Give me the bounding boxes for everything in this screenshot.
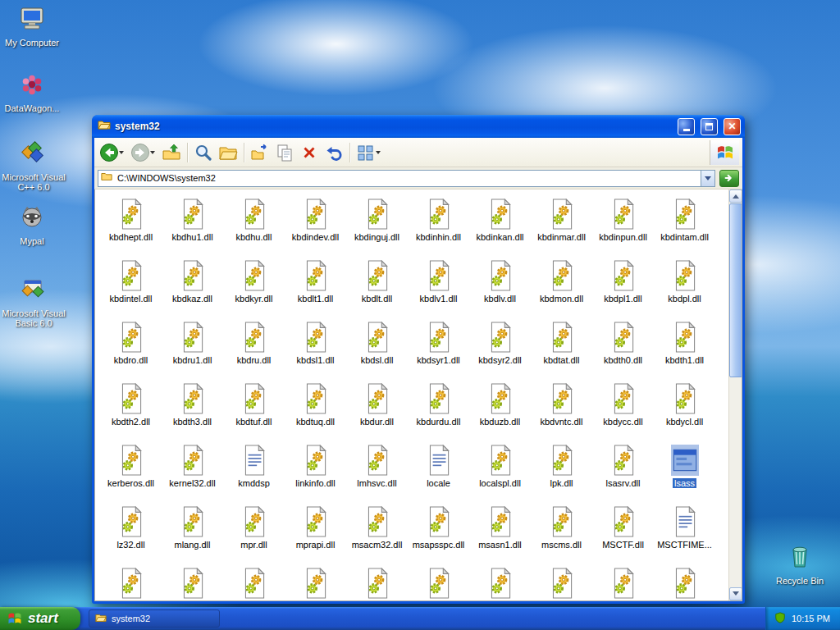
file-item[interactable]: kbdlt1.dll <box>285 256 346 317</box>
desktop-icon-mypal[interactable]: Mypal <box>0 203 64 246</box>
file-item[interactable]: kbdycl.dll <box>654 379 715 441</box>
address-input[interactable] <box>116 171 697 186</box>
file-item[interactable]: kbdsl1.dll <box>285 317 346 379</box>
file-item[interactable]: kbdth1.dll <box>654 317 715 379</box>
file-item[interactable]: kbdlv.dll <box>469 256 531 317</box>
file-item[interactable] <box>162 564 223 601</box>
file-item[interactable]: kbdvntc.dll <box>531 379 592 441</box>
file-item[interactable]: msasn1.dll <box>469 502 531 564</box>
scrollbar-thumb[interactable] <box>729 203 742 377</box>
file-item[interactable]: localspl.dll <box>469 441 531 502</box>
move-to-button[interactable] <box>249 140 272 165</box>
address-combo[interactable] <box>98 170 715 187</box>
file-item[interactable]: kbdro.dll <box>100 317 162 379</box>
file-item[interactable]: kmddsp <box>223 441 285 502</box>
file-item[interactable]: kbdkyr.dll <box>223 256 285 317</box>
file-item[interactable]: mlang.dll <box>162 502 223 564</box>
search-button[interactable] <box>192 140 215 165</box>
file-item[interactable] <box>100 564 162 601</box>
file-item[interactable]: kbdintam.dll <box>654 194 715 256</box>
file-item[interactable]: kbdpl.dll <box>654 256 715 317</box>
vertical-scrollbar[interactable] <box>728 189 742 600</box>
back-button[interactable] <box>98 140 127 165</box>
folders-button[interactable] <box>217 140 240 165</box>
file-item[interactable]: kbdth3.dll <box>162 379 223 441</box>
file-item[interactable] <box>223 564 285 601</box>
close-button[interactable]: ✕ <box>724 118 741 135</box>
file-item[interactable]: kbdinkan.dll <box>469 194 531 256</box>
file-item[interactable] <box>531 564 592 601</box>
file-item[interactable]: msapsspc.dll <box>408 502 469 564</box>
undo-button[interactable] <box>322 140 345 165</box>
file-item[interactable]: kbdurdu.dll <box>408 379 469 441</box>
file-item[interactable]: kbdtuf.dll <box>223 379 285 441</box>
file-item[interactable]: mprapi.dll <box>285 502 346 564</box>
file-item[interactable]: lpk.dll <box>531 441 592 502</box>
file-item[interactable]: kbdpl1.dll <box>592 256 654 317</box>
titlebar[interactable]: system32 ✕ <box>92 115 745 138</box>
file-item[interactable] <box>285 564 346 601</box>
file-item[interactable] <box>346 564 408 601</box>
file-item[interactable]: kerberos.dll <box>100 441 162 502</box>
scroll-down-button[interactable] <box>729 587 742 600</box>
file-item[interactable]: kbdlt.dll <box>346 256 408 317</box>
file-item[interactable]: kbdlv1.dll <box>408 256 469 317</box>
file-item[interactable]: kbdur.dll <box>346 379 408 441</box>
forward-button[interactable] <box>129 140 158 165</box>
file-item[interactable]: kbdtuq.dll <box>285 379 346 441</box>
desktop-icon-recycle-bin[interactable]: Recycle Bin <box>768 541 832 586</box>
file-item[interactable]: lz32.dll <box>100 502 162 564</box>
file-item[interactable]: kbdhept.dll <box>100 194 162 256</box>
file-item[interactable]: mpr.dll <box>223 502 285 564</box>
file-item[interactable]: kbdycc.dll <box>592 379 654 441</box>
minimize-button[interactable] <box>678 118 695 135</box>
maximize-button[interactable] <box>701 118 718 135</box>
file-item[interactable] <box>592 564 654 601</box>
file-item[interactable]: kbdth0.dll <box>592 317 654 379</box>
desktop-icon-visual-basic[interactable]: Microsoft Visual Basic 6.0 <box>2 276 66 328</box>
scroll-up-button[interactable] <box>729 189 742 203</box>
file-item[interactable] <box>654 564 715 601</box>
desktop-icon-datawagon[interactable]: DataWagon... <box>0 72 64 113</box>
file-item[interactable]: MSCTF.dll <box>592 502 654 564</box>
file-item[interactable]: kbdth2.dll <box>100 379 162 441</box>
file-item[interactable] <box>408 564 469 601</box>
views-button[interactable] <box>354 140 384 165</box>
file-item[interactable]: kbdsyr1.dll <box>408 317 469 379</box>
file-item[interactable]: kbdhu1.dll <box>162 194 223 256</box>
file-item[interactable]: locale <box>408 441 469 502</box>
file-item[interactable]: lsasrv.dll <box>592 441 654 502</box>
file-item[interactable]: kbdhu.dll <box>223 194 285 256</box>
file-item[interactable]: kbdinhin.dll <box>408 194 469 256</box>
file-item[interactable]: kbdkaz.dll <box>162 256 223 317</box>
taskbar-task-system32[interactable]: system32 <box>89 609 220 628</box>
file-item[interactable]: kbduzb.dll <box>469 379 531 441</box>
file-item[interactable]: kbdintel.dll <box>100 256 162 317</box>
file-item[interactable]: kbdinpun.dll <box>592 194 654 256</box>
file-item[interactable]: kbdinmar.dll <box>531 194 592 256</box>
file-item[interactable]: kbdtat.dll <box>531 317 592 379</box>
file-item[interactable]: kbdinguj.dll <box>346 194 408 256</box>
file-item[interactable]: kernel32.dll <box>162 441 223 502</box>
tray-shield-icon[interactable] <box>774 612 786 625</box>
address-dropdown-button[interactable] <box>701 171 714 186</box>
file-item[interactable]: kbdsl.dll <box>346 317 408 379</box>
file-item[interactable]: msacm32.dll <box>346 502 408 564</box>
start-button[interactable]: start <box>0 607 80 630</box>
file-item[interactable] <box>469 564 531 601</box>
delete-button[interactable] <box>298 140 321 165</box>
file-item[interactable]: kbdmon.dll <box>531 256 592 317</box>
file-item[interactable]: MSCTFIME... <box>654 502 715 564</box>
up-button[interactable] <box>160 140 183 165</box>
file-item[interactable]: mscms.dll <box>531 502 592 564</box>
file-item[interactable]: kbdru1.dll <box>162 317 223 379</box>
file-item[interactable]: linkinfo.dll <box>285 441 346 502</box>
file-item[interactable]: kbdindev.dll <box>285 194 346 256</box>
copy-to-button[interactable] <box>273 140 296 165</box>
file-item[interactable]: lsass <box>654 441 715 502</box>
file-item[interactable]: lmhsvc.dll <box>346 441 408 502</box>
go-button[interactable] <box>719 170 739 187</box>
desktop-icon-my-computer[interactable]: My Computer <box>0 5 64 48</box>
file-item[interactable]: kbdru.dll <box>223 317 285 379</box>
desktop-icon-visual-cpp[interactable]: Microsoft Visual C++ 6.0 <box>2 139 66 192</box>
